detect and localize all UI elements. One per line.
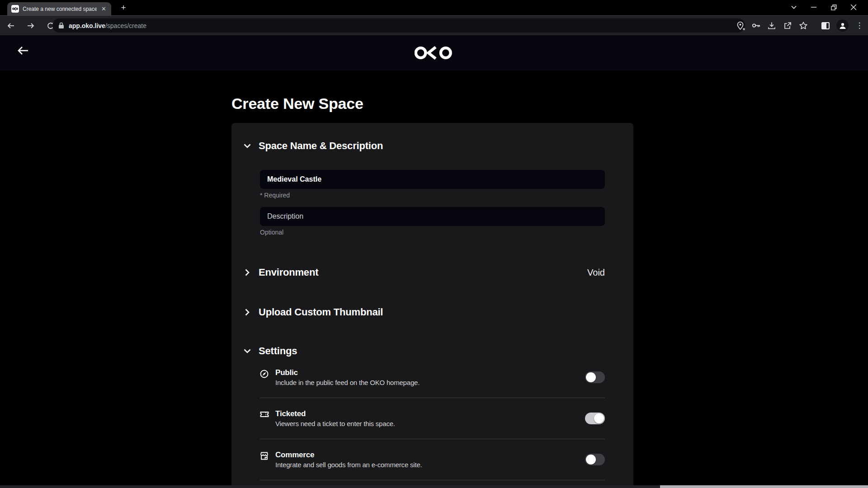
url-domain: app.oko.live [69,22,105,29]
chevron-right-icon [244,309,251,316]
setting-label: Public [275,368,420,377]
close-button[interactable] [844,1,863,14]
setting-description: Viewers need a ticket to enter this spac… [275,420,395,427]
browser-tab[interactable]: Create a new connected space / ✕ [7,2,111,15]
storefront-icon [260,452,269,461]
url-bar[interactable]: app.oko.live/spaces/create [52,19,745,33]
ticket-icon [260,411,269,420]
setting-description: Include in the public feed on the OKO ho… [275,379,420,386]
commerce-toggle[interactable] [585,454,605,465]
toggle-knob [586,372,596,382]
restore-button[interactable] [824,1,844,14]
section-environment[interactable]: Environment [244,267,318,278]
section-title: Settings [259,345,297,357]
toggle-knob [586,455,596,465]
chevron-down-icon [244,347,251,355]
download-icon[interactable] [767,21,777,31]
section-thumbnail[interactable]: Upload Custom Thumbnail [244,306,383,318]
space-name-input[interactable] [260,170,605,189]
new-tab-button[interactable]: + [118,3,128,13]
lock-icon [58,22,64,29]
section-settings[interactable]: Settings [244,345,297,357]
window-controls [784,1,863,14]
ticketed-toggle[interactable] [585,413,605,424]
bookmark-star-icon[interactable] [798,21,808,31]
chevron-right-icon [244,269,251,276]
create-space-card: Space Name & Description * Required Opti… [231,123,633,488]
oko-favicon [11,5,19,13]
back-button[interactable] [4,19,18,33]
blocked-badge: ✕ [742,27,746,31]
tab-title: Create a new connected space / [23,6,97,12]
oko-logo [415,46,453,60]
taskbar-edge-light [660,485,868,488]
environment-value: Void [587,267,605,278]
optional-hint: Optional [260,229,283,236]
chevron-down-icon [244,142,251,150]
section-title: Upload Custom Thumbnail [259,306,383,318]
taskbar-edge [0,485,868,488]
tab-strip: Create a new connected space / ✕ + [0,0,868,15]
public-toggle[interactable] [585,371,605,383]
section-name-description[interactable]: Space Name & Description [244,140,383,152]
chrome-menu-icon[interactable]: ⋮ [854,21,864,31]
setting-label: Ticketed [275,409,395,418]
setting-description: Integrate and sell goods from an e-comme… [275,461,422,469]
section-title: Environment [259,267,318,278]
profile-avatar[interactable] [836,19,849,32]
site-back-button[interactable] [17,46,29,56]
key-icon[interactable] [751,21,761,31]
section-title: Space Name & Description [259,140,383,152]
description-input[interactable] [260,207,605,226]
forward-button[interactable] [24,19,38,33]
compass-icon [260,370,269,379]
required-hint: * Required [260,192,290,199]
tab-search-icon[interactable] [784,1,804,14]
setting-row-commerce: Commerce Integrate and sell goods from a… [260,439,605,480]
url-path: /spaces/create [105,22,146,29]
setting-label: Commerce [275,450,422,460]
tab-close-icon[interactable]: ✕ [100,5,107,13]
location-blocked-icon[interactable]: ✕ [735,21,745,31]
toggle-knob [594,413,604,423]
site-header [0,35,868,70]
share-icon[interactable] [783,21,793,31]
side-panel-icon[interactable] [821,21,830,31]
url-text: app.oko.live/spaces/create [69,22,146,29]
setting-row-public: Public Include in the public feed on the… [260,357,605,398]
page-title: Create New Space [231,95,363,113]
browser-toolbar: app.oko.live/spaces/create ✕ [0,15,868,35]
minimize-button[interactable] [804,1,824,14]
setting-row-ticketed: Ticketed Viewers need a ticket to enter … [260,398,605,439]
